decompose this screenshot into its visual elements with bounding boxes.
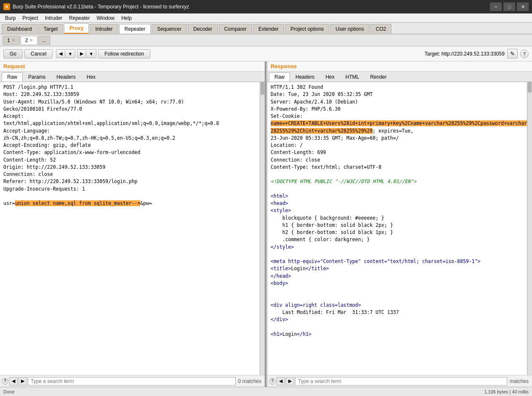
toolbar: Go Cancel ◀ ▼ ▶ ▼ Follow redirection Tar…: [0, 46, 532, 61]
style-close-tag: </style>: [271, 244, 294, 250]
request-search-input[interactable]: [28, 377, 236, 385]
response-cookie-highlight: name=+CREATE+TABLE+Users%28id+int+primar…: [271, 120, 530, 133]
response-tab-raw[interactable]: Raw: [269, 72, 290, 82]
window-title: Burp Suite Professional v2.0.11beta - Te…: [13, 4, 189, 10]
response-content[interactable]: HTTP/1.1 302 Found Date: Tue, 23 Jun 202…: [267, 82, 532, 375]
forward-button[interactable]: ▶: [77, 49, 86, 58]
main-content: Request Raw Params Headers Hex POST /log…: [0, 61, 532, 387]
title-tag: <title>: [271, 266, 291, 271]
request-search-prev-button[interactable]: ◀: [9, 377, 18, 385]
response-tab-headers[interactable]: Headers: [290, 72, 320, 82]
titlebar: B Burp Suite Professional v2.0.11beta - …: [0, 0, 532, 13]
menu-burp[interactable]: Burp: [2, 14, 19, 22]
response-text: HTTP/1.1 302 Found Date: Tue, 23 Jun 202…: [271, 84, 530, 338]
response-tab-render[interactable]: Render: [364, 72, 392, 82]
minimize-button[interactable]: ─: [490, 3, 502, 11]
response-search-next-button[interactable]: ▶: [286, 377, 294, 385]
request-panel: Request Raw Params Headers Hex POST /log…: [0, 61, 266, 387]
menu-intruder[interactable]: Intruder: [42, 14, 66, 22]
main-tabbar: Dashboard Target Proxy Intruder Repeater…: [0, 23, 532, 35]
edit-target-button[interactable]: ✎: [507, 49, 518, 58]
meta-tag: <meta http-equiv="Content-Type" content=…: [271, 258, 481, 264]
go-button[interactable]: Go: [3, 49, 23, 58]
tab-proxy[interactable]: Proxy: [64, 23, 89, 34]
back-button[interactable]: ◀: [56, 49, 65, 58]
tab-extender[interactable]: Extender: [253, 24, 284, 34]
menu-project[interactable]: Project: [19, 14, 41, 22]
h1-close-tag: </h1>: [297, 331, 311, 337]
repeater-tab-1-close[interactable]: ✕: [12, 38, 15, 43]
response-tabs: Raw Headers Hex HTML Render: [267, 72, 532, 82]
statusbar-left: Done: [3, 389, 14, 394]
html-tag: <html> <head> <style>: [271, 193, 291, 214]
response-scrollbar[interactable]: [527, 82, 532, 375]
request-tab-headers[interactable]: Headers: [51, 72, 81, 82]
request-scroll-thumb[interactable]: [261, 82, 264, 95]
repeater-tab-2[interactable]: 2 ✕: [21, 36, 38, 45]
follow-redirection-button[interactable]: Follow redirection: [98, 49, 150, 58]
menu-repeater[interactable]: Repeater: [66, 14, 93, 22]
menu-window[interactable]: Window: [93, 14, 118, 22]
response-tab-hex[interactable]: Hex: [320, 72, 340, 82]
tab-repeater[interactable]: Repeater: [119, 24, 151, 34]
repeater-tab-2-close[interactable]: ✕: [29, 38, 33, 43]
target-label: Target: http://220.249.52.133:33059: [425, 51, 505, 57]
response-scroll-thumb[interactable]: [528, 82, 532, 93]
tab-decoder[interactable]: Decoder: [188, 24, 218, 34]
request-search-help-icon[interactable]: ?: [2, 378, 8, 385]
forward-dropdown-button[interactable]: ▼: [86, 49, 96, 58]
response-matches-label: matches: [508, 378, 530, 384]
doctype-line: <!DOCTYPE HTML PUBLIC "-//W3C//DTD HTML …: [271, 178, 416, 184]
menubar: Burp Project Intruder Repeater Window He…: [0, 13, 532, 23]
close-button[interactable]: ✕: [517, 3, 529, 11]
maximize-button[interactable]: □: [503, 3, 515, 11]
titlebar-controls: ─ □ ✕: [490, 3, 529, 11]
back-dropdown-button[interactable]: ▼: [65, 49, 75, 58]
response-tab-html[interactable]: HTML: [340, 72, 365, 82]
request-text: POST /login.php HTTP/1.1 Host: 220.249.5…: [3, 84, 263, 207]
request-panel-header: Request: [0, 61, 265, 72]
repeater-tab-strip: 1 ✕ 2 ✕ ...: [0, 35, 532, 46]
request-tabs: Raw Params Headers Hex: [0, 72, 265, 82]
statusbar: Done 1,106 bytes | 40 millis: [0, 387, 532, 396]
tab-project-options[interactable]: Project options: [285, 24, 329, 34]
div-close-tag: </div>: [271, 316, 288, 322]
title-close-tag: </title>: [306, 266, 329, 271]
repeater-tab-1[interactable]: 1 ✕: [3, 36, 20, 45]
request-scrollbar[interactable]: [260, 82, 265, 375]
tab-target[interactable]: Target: [38, 24, 63, 34]
response-panel: Response Raw Headers Hex HTML Render HTT…: [267, 61, 532, 387]
div-tag: <div align=right class=lastmod>: [271, 302, 361, 308]
request-tab-hex[interactable]: Hex: [81, 72, 101, 82]
tab-user-options[interactable]: User options: [330, 24, 369, 34]
request-search-bar: ? ◀ ▶ 0 matches: [0, 375, 265, 387]
request-search-next-button[interactable]: ▶: [19, 377, 27, 385]
response-search-input[interactable]: [295, 377, 507, 385]
tab-dashboard[interactable]: Dashboard: [2, 24, 37, 34]
menu-help[interactable]: Help: [118, 14, 135, 22]
request-content[interactable]: POST /login.php HTTP/1.1 Host: 220.249.5…: [0, 82, 265, 375]
response-search-help-icon[interactable]: ?: [269, 378, 276, 385]
request-tab-raw[interactable]: Raw: [2, 72, 23, 82]
response-search-prev-button[interactable]: ◀: [277, 377, 285, 385]
request-matches-label: 0 matches: [237, 378, 263, 384]
toolbar-target: Target: http://220.249.52.133:33059 ✎ ?: [425, 49, 529, 58]
tab-sequencer[interactable]: Sequencer: [152, 24, 187, 34]
titlebar-left: B Burp Suite Professional v2.0.11beta - …: [3, 3, 189, 10]
statusbar-right: 1,106 bytes | 40 millis: [484, 389, 529, 394]
head-close-tag: </head> <body>: [271, 273, 291, 286]
tab-comparer[interactable]: Comparer: [219, 24, 252, 34]
cancel-button[interactable]: Cancel: [24, 49, 53, 58]
request-tab-params[interactable]: Params: [23, 72, 51, 82]
response-panel-header: Response: [267, 61, 532, 72]
repeater-tab-1-label: 1: [7, 37, 10, 43]
h1-tag: <h1>: [271, 331, 282, 337]
response-search-bar: ? ◀ ▶ matches: [267, 375, 532, 387]
app-icon: B: [3, 3, 10, 10]
repeater-tab-more[interactable]: ...: [38, 36, 50, 45]
tab-co2[interactable]: CO2: [370, 24, 392, 34]
tab-intruder[interactable]: Intruder: [90, 24, 118, 34]
repeater-tab-2-label: 2: [25, 37, 28, 43]
highlighted-payload: union select name,sql from sqlite_master…: [15, 200, 141, 206]
target-help-button[interactable]: ?: [520, 50, 529, 58]
